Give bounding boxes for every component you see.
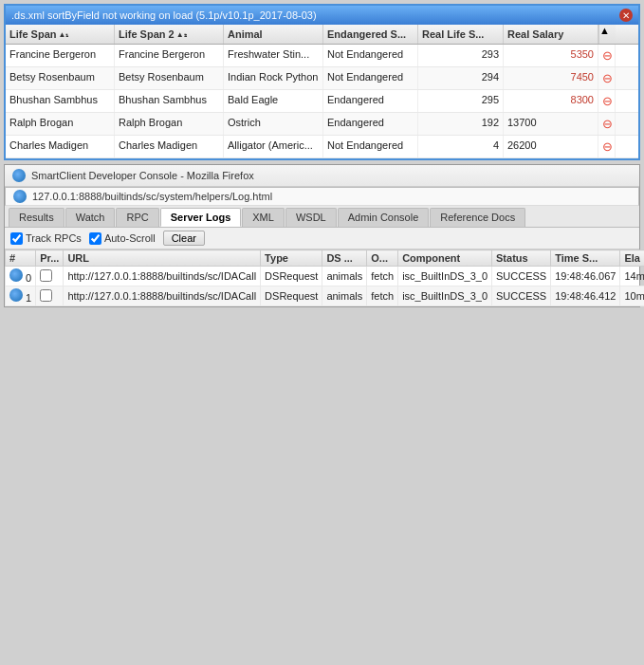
cell-status-3: Endangered bbox=[323, 113, 418, 135]
col-salary[interactable]: Real Salary bbox=[504, 25, 598, 44]
cell-status-0: Not Endangered bbox=[323, 45, 418, 66]
cell-animal-1: Indian Rock Python bbox=[224, 67, 323, 89]
log-row-0: 0 http://127.0.0.1:8888/builtinds/sc/IDA… bbox=[6, 267, 645, 286]
cell-salary-1: 7450 bbox=[504, 67, 598, 89]
cell-ls2-3: Ralph Brogan bbox=[115, 113, 224, 135]
firefox-title: SmartClient Developer Console - Mozilla … bbox=[31, 170, 254, 181]
url-globe-icon bbox=[13, 190, 27, 203]
sort-icon-1: ▲₁ bbox=[59, 30, 69, 39]
log-status-0: SUCCESS bbox=[492, 267, 551, 286]
cell-remove-2[interactable]: ⊖ bbox=[598, 90, 616, 112]
cell-rls-2: 295 bbox=[418, 90, 504, 112]
sort-icon-2: ▲₂ bbox=[176, 30, 187, 39]
cell-ls1-4: Charles Madigen bbox=[6, 136, 115, 157]
url-bar[interactable]: 127.0.0.1:8888/builtinds/sc/system/helpe… bbox=[5, 187, 639, 206]
tab-rpc[interactable]: RPC bbox=[116, 208, 158, 227]
remove-button-3[interactable]: ⊖ bbox=[602, 117, 613, 131]
col-endangered[interactable]: Endangered S... bbox=[323, 25, 418, 44]
tab-results[interactable]: Results bbox=[9, 208, 64, 227]
cell-animal-4: Alligator (Americ... bbox=[224, 136, 323, 157]
log-ds-0: animals bbox=[322, 267, 367, 286]
cell-ls1-3: Ralph Brogan bbox=[6, 113, 115, 135]
cell-salary-3: 13700 bbox=[504, 113, 598, 135]
remove-button-1[interactable]: ⊖ bbox=[602, 71, 613, 85]
data-grid: Life Span ▲₁ Life Span 2 ▲₂ Animal Endan… bbox=[6, 25, 638, 158]
pr-checkbox-1[interactable] bbox=[40, 289, 52, 302]
cell-status-1: Not Endangered bbox=[323, 67, 418, 89]
col-num: # bbox=[6, 250, 36, 267]
cell-ls1-2: Bhushan Sambhus bbox=[6, 90, 115, 112]
cell-salary-4: 26200 bbox=[504, 136, 598, 157]
top-window: .ds.xml sortByField not working on load … bbox=[4, 4, 640, 160]
remove-button-0[interactable]: ⊖ bbox=[602, 48, 613, 63]
log-pr-1 bbox=[36, 286, 64, 306]
grid-body: Francine Bergeron Francine Bergeron Fres… bbox=[6, 45, 638, 158]
col-ela: Ela bbox=[620, 250, 644, 267]
cell-status-2: Endangered bbox=[323, 90, 418, 112]
col-reallife[interactable]: Real Life S... bbox=[418, 25, 504, 44]
firefox-window: SmartClient Developer Console - Mozilla … bbox=[4, 164, 640, 307]
grid-header: Life Span ▲₁ Life Span 2 ▲₂ Animal Endan… bbox=[6, 25, 638, 45]
close-button[interactable]: ✕ bbox=[619, 9, 633, 22]
track-rpcs-checkbox[interactable] bbox=[10, 232, 23, 245]
cell-ls1-0: Francine Bergeron bbox=[6, 45, 115, 66]
cell-ls2-2: Bhushan Sambhus bbox=[115, 90, 224, 112]
col-animal[interactable]: Animal bbox=[224, 25, 323, 44]
firefox-titlebar: SmartClient Developer Console - Mozilla … bbox=[5, 165, 639, 187]
cell-ls1-1: Betsy Rosenbaum bbox=[6, 67, 115, 89]
cell-salary-2: 8300 bbox=[504, 90, 598, 112]
log-num-1: 1 bbox=[6, 286, 36, 306]
col-lifespan2[interactable]: Life Span 2 ▲₂ bbox=[115, 25, 224, 44]
log-op-0: fetch bbox=[367, 267, 398, 286]
col-status: Status bbox=[492, 250, 551, 267]
col-type: Type bbox=[261, 250, 322, 267]
col-pr: Pr... bbox=[36, 250, 64, 267]
col-time: Time S... bbox=[551, 250, 620, 267]
table-row: Bhushan Sambhus Bhushan Sambhus Bald Eag… bbox=[6, 90, 638, 113]
console-tab-bar: Results Watch RPC Server Logs XML WSDL A… bbox=[5, 206, 639, 228]
url-text: 127.0.0.1:8888/builtinds/sc/system/helpe… bbox=[32, 191, 272, 202]
tab-wsdl[interactable]: WSDL bbox=[285, 208, 337, 227]
log-ela-1: 10ms bbox=[620, 286, 644, 306]
cell-animal-2: Bald Eagle bbox=[224, 90, 323, 112]
col-ds: DS ... bbox=[322, 250, 367, 267]
scrollbar[interactable]: ▲ bbox=[598, 25, 616, 44]
auto-scroll-label[interactable]: Auto-Scroll bbox=[89, 232, 156, 245]
cell-remove-1[interactable]: ⊖ bbox=[598, 67, 616, 89]
log-time-1: 19:48:46.412 bbox=[551, 286, 620, 306]
tab-watch[interactable]: Watch bbox=[65, 208, 116, 227]
tab-reference-docs[interactable]: Reference Docs bbox=[430, 208, 525, 227]
cell-rls-3: 192 bbox=[418, 113, 504, 135]
table-row: Francine Bergeron Francine Bergeron Fres… bbox=[6, 45, 638, 67]
remove-button-4[interactable]: ⊖ bbox=[602, 139, 613, 154]
pr-checkbox-0[interactable] bbox=[40, 269, 52, 282]
log-component-0: isc_BuiltInDS_3_0 bbox=[398, 267, 492, 286]
tab-xml[interactable]: XML bbox=[242, 208, 285, 227]
col-op: O... bbox=[367, 250, 398, 267]
cell-ls2-4: Charles Madigen bbox=[115, 136, 224, 157]
col-url: URL bbox=[64, 250, 261, 267]
cell-remove-0[interactable]: ⊖ bbox=[598, 45, 616, 66]
cell-remove-4[interactable]: ⊖ bbox=[598, 136, 616, 157]
window-title: .ds.xml sortByField not working on load … bbox=[11, 9, 317, 21]
cell-rls-4: 4 bbox=[418, 136, 504, 157]
track-rpcs-label[interactable]: Track RPCs bbox=[10, 232, 82, 245]
cell-remove-3[interactable]: ⊖ bbox=[598, 113, 616, 135]
log-type-1: DSRequest bbox=[261, 286, 322, 306]
cell-salary-0: 5350 bbox=[504, 45, 598, 66]
log-url-0: http://127.0.0.1:8888/builtinds/sc/IDACa… bbox=[64, 267, 261, 286]
clear-button[interactable]: Clear bbox=[163, 231, 205, 246]
col-lifespan1[interactable]: Life Span ▲₁ bbox=[6, 25, 115, 44]
log-ds-1: animals bbox=[322, 286, 367, 306]
remove-button-2[interactable]: ⊖ bbox=[602, 94, 613, 108]
cell-rls-0: 293 bbox=[418, 45, 504, 66]
tab-server-logs[interactable]: Server Logs bbox=[160, 208, 242, 227]
log-pr-0 bbox=[36, 267, 64, 286]
log-url-1: http://127.0.0.1:8888/builtinds/sc/IDACa… bbox=[64, 286, 261, 306]
col-component: Component bbox=[398, 250, 492, 267]
tab-admin-console[interactable]: Admin Console bbox=[338, 208, 430, 227]
log-status-1: SUCCESS bbox=[492, 286, 551, 306]
auto-scroll-checkbox[interactable] bbox=[89, 232, 101, 245]
log-component-1: isc_BuiltInDS_3_0 bbox=[398, 286, 492, 306]
title-bar: .ds.xml sortByField not working on load … bbox=[6, 6, 638, 25]
